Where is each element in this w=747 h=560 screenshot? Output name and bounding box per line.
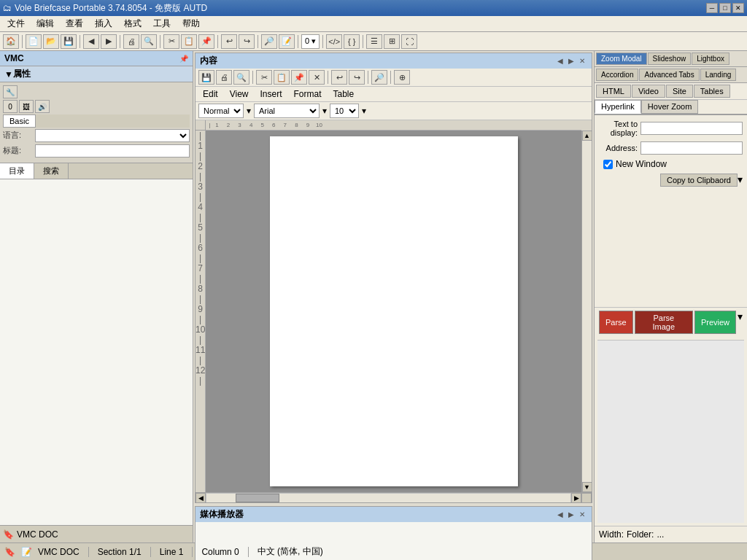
editor-insert-btn[interactable]: ⊕ (394, 70, 410, 85)
num-btn[interactable]: 0 (3, 100, 18, 113)
editor-menu-view[interactable]: View (225, 88, 253, 100)
video-tab[interactable]: Video (632, 85, 665, 98)
menu-help[interactable]: 帮助 (177, 16, 206, 31)
tag-button[interactable]: { } (344, 34, 360, 49)
site-tab[interactable]: Site (666, 85, 693, 98)
undo-button[interactable]: ↩ (221, 34, 237, 49)
open-button[interactable]: 📂 (43, 34, 59, 49)
style-select[interactable]: Normal (198, 104, 244, 118)
editor-menu-edit[interactable]: Edit (198, 88, 222, 100)
lightbox-tab[interactable]: Lightbox (692, 52, 729, 65)
fullscreen-button[interactable]: ⛶ (401, 34, 417, 49)
editor-save-btn[interactable]: 💾 (198, 70, 214, 85)
expand-icon[interactable]: ▼ (4, 69, 13, 79)
editor-menu-table[interactable]: Table (329, 88, 359, 100)
prop-icon3[interactable]: 🔊 (35, 100, 50, 113)
paste-button[interactable]: 📌 (198, 34, 214, 49)
hscroll-right-btn[interactable]: ▶ (571, 493, 581, 503)
zoom-modal-tab[interactable]: Zoom Modal (596, 52, 647, 65)
editor-scroll-area[interactable] (206, 131, 581, 492)
tables-tab[interactable]: Tables (694, 85, 730, 98)
pin-icon[interactable]: 📌 (179, 55, 188, 63)
media-close-button[interactable]: ✕ (577, 510, 587, 520)
hover-zoom-tab[interactable]: Hover Zoom (641, 100, 699, 114)
menu-format[interactable]: 格式 (118, 16, 147, 31)
size-select[interactable]: 10 (330, 104, 359, 118)
slideshow-tab[interactable]: Slideshow (648, 52, 692, 65)
editor-redo-btn[interactable]: ↪ (349, 70, 365, 85)
editor-find-btn[interactable]: 🔎 (371, 70, 387, 85)
parse-image-button[interactable]: Parse Image (635, 311, 693, 334)
copy-dropdown-arrow[interactable]: ▾ (738, 174, 743, 187)
inner-close-button[interactable]: ✕ (577, 56, 587, 66)
scroll-down-button[interactable]: ▼ (582, 482, 592, 492)
lang-select[interactable] (35, 129, 190, 142)
font-select[interactable]: Arial (254, 104, 320, 118)
redo-button[interactable]: ↪ (239, 34, 255, 49)
preview-button[interactable]: Preview (694, 311, 736, 334)
accordion-tab[interactable]: Accordion (596, 69, 638, 81)
basic-tab[interactable]: Basic (3, 114, 36, 128)
vertical-scrollbar[interactable]: ▲ ▼ (581, 131, 592, 492)
close-button[interactable]: ✕ (732, 3, 744, 13)
prop-icon2[interactable]: 🖼 (19, 100, 34, 113)
editor-menu-insert[interactable]: Insert (255, 88, 286, 100)
scroll-up-button[interactable]: ▲ (582, 131, 592, 141)
new-window-checkbox[interactable] (603, 160, 613, 169)
editor-paste-btn[interactable]: 📌 (291, 70, 307, 85)
code-button[interactable]: </> (326, 34, 342, 49)
number-dropdown[interactable]: 0 ▾ (301, 34, 320, 49)
text-display-input[interactable] (640, 122, 743, 135)
editor-cut-btn[interactable]: ✂ (256, 70, 272, 85)
print-button[interactable]: 🖨 (123, 34, 139, 49)
html-tab[interactable]: HTML (596, 85, 631, 98)
address-input[interactable] (640, 141, 743, 155)
media-next-button[interactable]: ▶ (566, 510, 576, 520)
menu-edit[interactable]: 编辑 (31, 16, 60, 31)
editor-undo-btn[interactable]: ↩ (331, 70, 347, 85)
copy-button[interactable]: 📋 (181, 34, 197, 49)
hscroll-left-btn[interactable]: ◀ (196, 493, 206, 503)
preview-dropdown-arrow[interactable]: ▾ (738, 311, 743, 334)
menu-tools[interactable]: 工具 (147, 16, 177, 31)
inner-prev-button[interactable]: ◀ (555, 56, 565, 66)
editor-copy-btn[interactable]: 📋 (274, 70, 290, 85)
menu-view[interactable]: 查看 (60, 16, 89, 31)
parse-button[interactable]: Parse (599, 311, 633, 334)
prop-icon-properties[interactable]: 🔧 (3, 85, 18, 98)
horizontal-scrollbar[interactable]: ◀ ▶ (196, 492, 592, 502)
scroll-track[interactable] (582, 141, 592, 482)
spell-button[interactable]: 📝 (279, 34, 295, 49)
editor-zoom-btn[interactable]: 🔍 (233, 70, 249, 85)
editor-menu-format[interactable]: Format (290, 88, 326, 100)
copy-clipboard-button[interactable]: Copy to Clipbaord (660, 174, 738, 187)
minimize-button[interactable]: ─ (706, 3, 718, 13)
editor-page[interactable] (270, 136, 518, 486)
new-button[interactable]: 📄 (26, 34, 42, 49)
back-button[interactable]: ◀ (83, 34, 99, 49)
preview-button[interactable]: 🔍 (141, 34, 157, 49)
hyperlink-tab[interactable]: Hyperlink (595, 100, 641, 114)
search-tab[interactable]: 搜索 (34, 163, 69, 179)
editor-print-btn[interactable]: 🖨 (216, 70, 232, 85)
media-prev-button[interactable]: ◀ (555, 510, 565, 520)
cut-button[interactable]: ✂ (163, 34, 179, 49)
forward-button[interactable]: ▶ (101, 34, 117, 49)
right-bottom-ellipsis[interactable]: ... (657, 529, 664, 540)
grid-button[interactable]: ⊞ (384, 34, 400, 49)
maximize-button[interactable]: □ (719, 3, 731, 13)
hscroll-thumb[interactable] (236, 494, 279, 502)
tag-input[interactable] (35, 144, 190, 158)
view-toggle-button[interactable]: ☰ (366, 34, 382, 49)
menu-file[interactable]: 文件 (1, 16, 31, 31)
menu-insert[interactable]: 插入 (89, 16, 118, 31)
advanced-tabs-tab[interactable]: Advanced Tabs (639, 69, 699, 81)
find-button[interactable]: 🔎 (261, 34, 277, 49)
hscroll-track[interactable] (206, 493, 571, 503)
home-button[interactable]: 🏠 (3, 34, 19, 49)
landing-tab[interactable]: Landing (700, 69, 737, 81)
inner-next-button[interactable]: ▶ (566, 56, 576, 66)
toc-tab[interactable]: 目录 (0, 163, 34, 179)
save-button[interactable]: 💾 (61, 34, 77, 49)
editor-close-btn[interactable]: ✕ (309, 70, 325, 85)
